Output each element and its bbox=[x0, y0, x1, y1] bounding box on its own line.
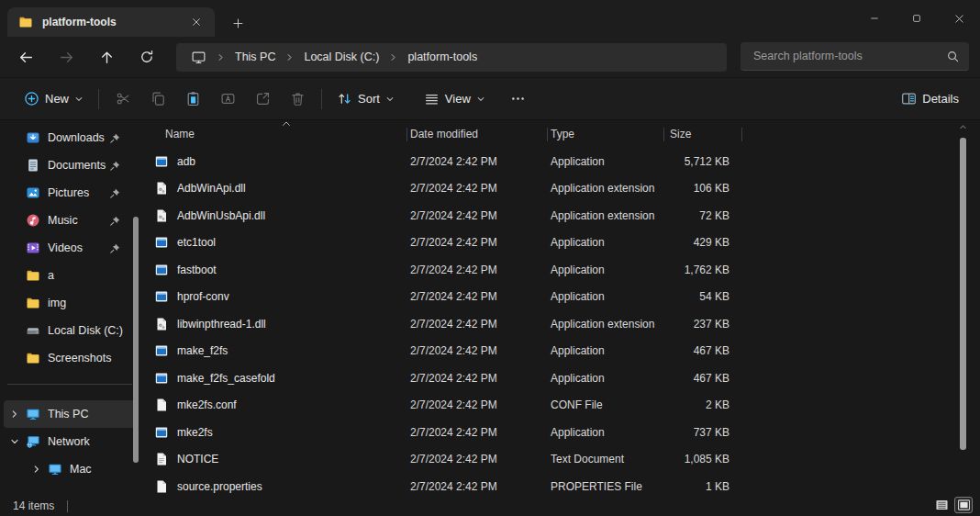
file-size: 237 KB bbox=[663, 318, 741, 331]
file-type: Application extension bbox=[547, 182, 663, 195]
dll-file-icon bbox=[154, 317, 169, 331]
file-date-modified: 2/7/2024 2:42 PM bbox=[406, 453, 547, 466]
column-header-date-modified[interactable]: Date modified bbox=[406, 128, 547, 140]
breadcrumb-item-platform-tools[interactable]: platform-tools bbox=[404, 49, 481, 65]
sidebar-item-a[interactable]: a bbox=[4, 262, 136, 289]
file-name-cell: AdbWinApi.dll bbox=[150, 181, 406, 196]
file-name-cell: source.properties bbox=[150, 479, 406, 494]
view-lines-icon bbox=[424, 91, 440, 107]
file-row-mke2fs[interactable]: mke2fs2/7/2024 2:42 PMApplication737 KB bbox=[150, 419, 980, 446]
folder-icon bbox=[26, 268, 40, 283]
tab-close-icon[interactable] bbox=[187, 13, 206, 31]
application-file-icon bbox=[154, 154, 169, 169]
minimize-button[interactable] bbox=[853, 0, 896, 37]
sidebar-item-label: This PC bbox=[48, 408, 136, 421]
file-date-modified: 2/7/2024 2:42 PM bbox=[406, 344, 547, 357]
file-row-adbwinapi-dll[interactable]: AdbWinApi.dll2/7/2024 2:42 PMApplication… bbox=[150, 175, 980, 203]
breadcrumb-chevron-icon bbox=[388, 52, 398, 62]
network-icon bbox=[26, 434, 40, 449]
file-row-adbwinusbapi-dll[interactable]: AdbWinUsbApi.dll2/7/2024 2:42 PMApplicat… bbox=[150, 202, 980, 230]
back-button[interactable] bbox=[10, 42, 41, 72]
tab-title: platform-tools bbox=[42, 16, 187, 28]
sidebar-item-music[interactable]: Music bbox=[4, 207, 136, 234]
details-button[interactable]: Details bbox=[893, 85, 967, 112]
delete-button[interactable] bbox=[280, 84, 315, 115]
chevron-down-icon[interactable] bbox=[4, 435, 26, 448]
file-row-etc1tool[interactable]: etc1tool2/7/2024 2:42 PMApplication429 K… bbox=[150, 230, 980, 257]
column-header-size[interactable]: Size bbox=[663, 128, 741, 140]
sidebar-item-mac[interactable]: Mac bbox=[4, 455, 136, 483]
file-row-hprof-conv[interactable]: hprof-conv2/7/2024 2:42 PMApplication54 … bbox=[150, 284, 980, 311]
cut-button[interactable] bbox=[106, 84, 140, 115]
sidebar-item-network[interactable]: Network bbox=[4, 428, 136, 455]
this-pc-monitor-icon[interactable] bbox=[191, 50, 206, 65]
folder-icon bbox=[26, 296, 40, 310]
pc-icon bbox=[26, 407, 40, 421]
file-row-notice[interactable]: NOTICE2/7/2024 2:42 PMText Document1,085… bbox=[150, 446, 980, 474]
column-separator[interactable] bbox=[663, 128, 664, 141]
paste-button[interactable] bbox=[175, 84, 210, 115]
share-button[interactable] bbox=[245, 84, 280, 115]
application-file-icon bbox=[154, 289, 169, 304]
file-date-modified: 2/7/2024 2:42 PM bbox=[406, 372, 547, 385]
sort-button[interactable]: Sort bbox=[329, 85, 403, 112]
file-row-make-f2fs[interactable]: make_f2fs2/7/2024 2:42 PMApplication467 … bbox=[150, 338, 980, 365]
column-header-type[interactable]: Type bbox=[547, 128, 663, 140]
view-button[interactable]: View bbox=[416, 85, 494, 112]
column-separator[interactable] bbox=[741, 128, 742, 141]
close-button[interactable] bbox=[938, 0, 980, 37]
more-options-button[interactable] bbox=[501, 84, 536, 115]
maximize-button[interactable] bbox=[896, 0, 938, 37]
chevron-down-icon bbox=[385, 95, 395, 104]
breadcrumb-item-this-pc[interactable]: This PC bbox=[231, 49, 279, 65]
forward-button[interactable] bbox=[50, 42, 82, 72]
breadcrumb-item-local-disk-c[interactable]: Local Disk (C:) bbox=[300, 49, 383, 65]
sidebar-scrollbar[interactable] bbox=[133, 217, 139, 463]
file-list: adb2/7/2024 2:42 PMApplication5,712 KBAd… bbox=[150, 148, 980, 496]
new-button[interactable]: New bbox=[16, 85, 92, 112]
file-row-fastboot[interactable]: fastboot2/7/2024 2:42 PMApplication1,762… bbox=[150, 256, 980, 284]
file-name: make_f2fs_casefold bbox=[177, 372, 275, 385]
sidebar-item-img[interactable]: img bbox=[4, 289, 136, 317]
navigation-bar: This PCLocal Disk (C:)platform-tools bbox=[0, 37, 980, 77]
file-row-make-f2fs-casefold[interactable]: make_f2fs_casefold2/7/2024 2:42 PMApplic… bbox=[150, 365, 980, 392]
file-type: Application bbox=[547, 155, 663, 168]
breadcrumb: This PCLocal Disk (C:)platform-tools bbox=[176, 43, 727, 72]
search-input[interactable] bbox=[752, 49, 946, 63]
file-name: source.properties bbox=[177, 480, 262, 493]
refresh-button[interactable] bbox=[131, 42, 162, 72]
file-row-libwinpthread-1-dll[interactable]: libwinpthread-1.dll2/7/2024 2:42 PMAppli… bbox=[150, 310, 980, 338]
file-date-modified: 2/7/2024 2:42 PM bbox=[406, 155, 547, 168]
column-header-name[interactable]: Name bbox=[150, 128, 406, 140]
sidebar-item-downloads[interactable]: Downloads bbox=[4, 124, 136, 151]
toolbar-separator bbox=[321, 89, 322, 109]
rename-button[interactable] bbox=[210, 84, 245, 115]
sidebar-item-documents[interactable]: Documents bbox=[4, 151, 136, 179]
sidebar-item-pictures[interactable]: Pictures bbox=[4, 179, 136, 207]
file-row-mke2fs-conf[interactable]: mke2fs.conf2/7/2024 2:42 PMCONF File2 KB bbox=[150, 392, 980, 420]
copy-button[interactable] bbox=[140, 84, 175, 115]
file-row-adb[interactable]: adb2/7/2024 2:42 PMApplication5,712 KB bbox=[150, 148, 980, 175]
details-view-toggle-button[interactable] bbox=[932, 497, 951, 513]
title-bar: platform-tools bbox=[0, 0, 980, 37]
sidebar-item-local-disk-c[interactable]: Local Disk (C:) bbox=[4, 317, 136, 344]
search-icon[interactable] bbox=[946, 50, 960, 63]
column-separator[interactable] bbox=[406, 128, 407, 141]
sidebar-item-label: img bbox=[48, 297, 136, 309]
large-icons-view-toggle-button[interactable] bbox=[954, 497, 973, 513]
chevron-right-icon[interactable] bbox=[4, 408, 26, 421]
chevron-right-icon[interactable] bbox=[26, 463, 48, 476]
file-list-scrollbar[interactable] bbox=[960, 138, 966, 450]
file-row-source-properties[interactable]: source.properties2/7/2024 2:42 PMPROPERT… bbox=[150, 473, 980, 496]
sidebar-item-this-pc[interactable]: This PC bbox=[4, 400, 136, 428]
scrollbar-up-arrow-icon[interactable] bbox=[959, 124, 967, 130]
up-button[interactable] bbox=[91, 42, 122, 72]
file-type: Application bbox=[547, 372, 663, 385]
file-name-cell: adb bbox=[150, 154, 406, 169]
column-separator[interactable] bbox=[547, 128, 548, 141]
sidebar-item-videos[interactable]: Videos bbox=[4, 234, 136, 262]
new-tab-button[interactable] bbox=[226, 11, 250, 35]
sidebar-item-screenshots[interactable]: Screenshots bbox=[4, 344, 136, 372]
search-box bbox=[741, 42, 969, 71]
explorer-tab[interactable]: platform-tools bbox=[7, 7, 215, 37]
